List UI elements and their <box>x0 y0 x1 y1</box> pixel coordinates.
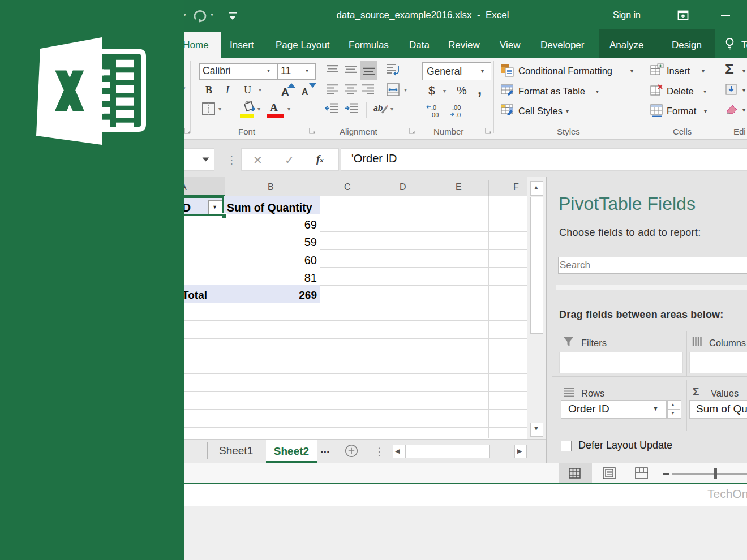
svg-text:.0: .0 <box>431 104 436 111</box>
svg-text:.00: .00 <box>430 111 439 118</box>
svg-text:ab: ab <box>374 104 383 113</box>
svg-text:.0: .0 <box>456 111 461 118</box>
svg-text:.00: .00 <box>452 104 461 111</box>
